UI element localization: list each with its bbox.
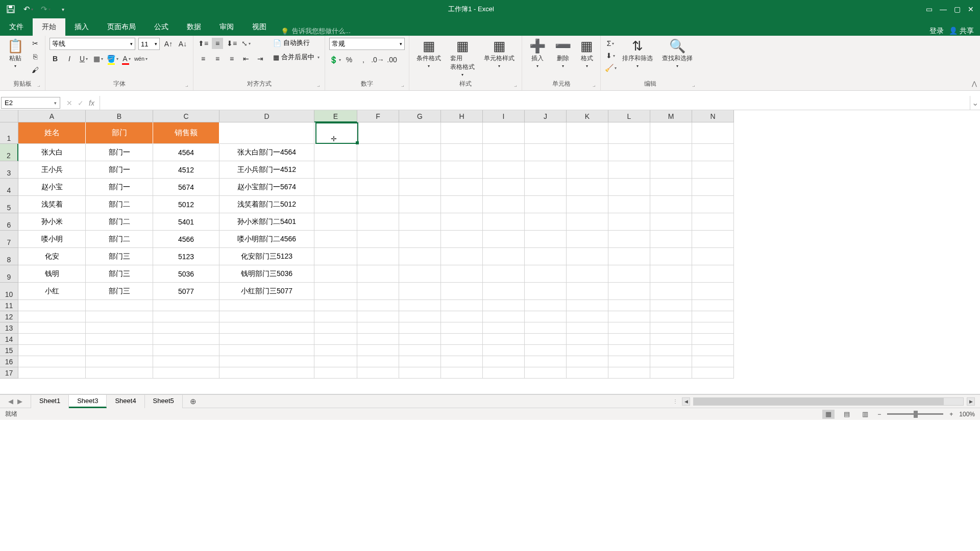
cell-F3[interactable]	[357, 161, 399, 179]
row-header-13[interactable]: 13	[0, 322, 18, 334]
cell-G5[interactable]	[399, 196, 441, 213]
cell-J10[interactable]	[525, 283, 567, 300]
cell-B8[interactable]: 部门三	[86, 248, 153, 265]
cell-E13[interactable]	[314, 322, 357, 334]
cell-E6[interactable]	[314, 213, 357, 231]
cell-G11[interactable]	[399, 300, 441, 311]
cell-M1[interactable]	[650, 122, 692, 144]
cell-C6[interactable]: 5401	[153, 213, 219, 231]
cell-G2[interactable]	[399, 144, 441, 161]
scroll-resize-icon[interactable]: ⋮	[673, 398, 679, 404]
underline-button[interactable]: U	[78, 53, 89, 64]
tab-file[interactable]: 文件	[0, 18, 33, 36]
sheet-nav-prev[interactable]: ◀	[8, 397, 13, 405]
cell-L3[interactable]	[608, 161, 650, 179]
cell-I9[interactable]	[483, 265, 525, 283]
sheet-tab-Sheet5[interactable]: Sheet5	[145, 395, 183, 408]
font-combo[interactable]: 等线▾	[50, 38, 135, 50]
cell-I6[interactable]	[483, 213, 525, 231]
merge-center-button[interactable]: ▦ 合并后居中	[272, 52, 321, 62]
cell-D16[interactable]	[219, 356, 314, 367]
align-left-button[interactable]: ≡	[198, 53, 209, 64]
cell-I14[interactable]	[483, 334, 525, 345]
col-header-G[interactable]: G	[399, 110, 441, 122]
row-header-5[interactable]: 5	[0, 196, 18, 213]
cell-A6[interactable]: 孙小米	[18, 213, 86, 231]
cell-M3[interactable]	[650, 161, 692, 179]
cell-C5[interactable]: 5012	[153, 196, 219, 213]
cell-J15[interactable]	[525, 345, 567, 356]
col-header-N[interactable]: N	[692, 110, 734, 122]
cell-D2[interactable]: 张大白部门一4564	[219, 144, 314, 161]
cell-E11[interactable]	[314, 300, 357, 311]
zoom-out-button[interactable]: −	[877, 411, 881, 418]
cell-A7[interactable]: 喽小明	[18, 231, 86, 248]
cell-J16[interactable]	[525, 356, 567, 367]
decrease-font-button[interactable]: A↓	[177, 38, 188, 49]
col-header-L[interactable]: L	[608, 110, 650, 122]
cell-F13[interactable]	[357, 322, 399, 334]
cell-C9[interactable]: 5036	[153, 265, 219, 283]
decrease-decimal-button[interactable]: .00	[386, 54, 398, 65]
cell-N7[interactable]	[692, 231, 734, 248]
cell-N13[interactable]	[692, 322, 734, 334]
borders-button[interactable]: ▦	[92, 53, 104, 64]
cell-F12[interactable]	[357, 311, 399, 322]
cell-N11[interactable]	[692, 300, 734, 311]
tab-layout[interactable]: 页面布局	[98, 18, 145, 36]
cell-M15[interactable]	[650, 345, 692, 356]
zoom-in-button[interactable]: +	[949, 411, 953, 418]
cell-D8[interactable]: 化安部门三5123	[219, 248, 314, 265]
cell-M5[interactable]	[650, 196, 692, 213]
hscroll-left[interactable]: ◀	[682, 397, 690, 406]
col-header-J[interactable]: J	[525, 110, 567, 122]
cell-K12[interactable]	[567, 311, 608, 322]
format-cells-button[interactable]: ▦格式▾	[577, 38, 596, 69]
cell-K5[interactable]	[567, 196, 608, 213]
cell-F8[interactable]	[357, 248, 399, 265]
cell-B7[interactable]: 部门二	[86, 231, 153, 248]
cell-C11[interactable]	[153, 300, 219, 311]
name-box[interactable]: E2▾	[1, 97, 60, 109]
cell-M2[interactable]	[650, 144, 692, 161]
hscroll-right[interactable]: ▶	[967, 397, 975, 406]
cell-F16[interactable]	[357, 356, 399, 367]
cell-M4[interactable]	[650, 179, 692, 196]
cell-N3[interactable]	[692, 161, 734, 179]
cell-I7[interactable]	[483, 231, 525, 248]
cell-D14[interactable]	[219, 334, 314, 345]
row-header-7[interactable]: 7	[0, 231, 18, 248]
hscroll-track[interactable]	[693, 397, 964, 406]
cell-L16[interactable]	[608, 356, 650, 367]
cell-L14[interactable]	[608, 334, 650, 345]
cell-A10[interactable]: 小红	[18, 283, 86, 300]
cell-I12[interactable]	[483, 311, 525, 322]
cell-K15[interactable]	[567, 345, 608, 356]
cell-F14[interactable]	[357, 334, 399, 345]
view-page-layout-button[interactable]: ▤	[841, 410, 853, 419]
cell-I13[interactable]	[483, 322, 525, 334]
cell-H12[interactable]	[441, 311, 483, 322]
share-button[interactable]: 👤 共享	[949, 27, 974, 36]
cell-I4[interactable]	[483, 179, 525, 196]
expand-formula-icon[interactable]: ⌄	[970, 96, 980, 110]
cell-H2[interactable]	[441, 144, 483, 161]
cell-G8[interactable]	[399, 248, 441, 265]
col-header-H[interactable]: H	[441, 110, 483, 122]
cell-A14[interactable]	[18, 334, 86, 345]
cell-H1[interactable]	[441, 122, 483, 144]
cancel-icon[interactable]: ✕	[66, 99, 72, 107]
cell-B13[interactable]	[86, 322, 153, 334]
cell-B16[interactable]	[86, 356, 153, 367]
italic-button[interactable]: I	[64, 53, 75, 64]
redo-button[interactable]: ↷	[39, 3, 52, 16]
tab-review[interactable]: 审阅	[210, 18, 243, 36]
cell-I11[interactable]	[483, 300, 525, 311]
cell-D9[interactable]: 钱明部门三5036	[219, 265, 314, 283]
cell-L2[interactable]	[608, 144, 650, 161]
cell-N10[interactable]	[692, 283, 734, 300]
cell-J3[interactable]	[525, 161, 567, 179]
cell-C16[interactable]	[153, 356, 219, 367]
cell-L11[interactable]	[608, 300, 650, 311]
cell-L6[interactable]	[608, 213, 650, 231]
